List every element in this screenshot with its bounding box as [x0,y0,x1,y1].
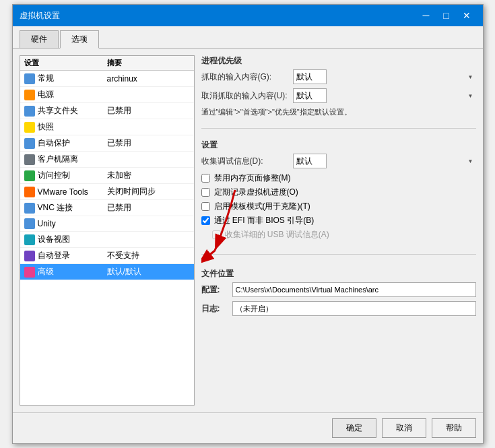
header-setting: 设置 [24,58,107,68]
item-label: VMware Tools [38,187,88,197]
collect-label: 收集调试信息(D): [201,156,289,167]
item-label: Unity [38,219,56,228]
checkbox-1[interactable] [201,188,210,197]
minimize-button[interactable]: ─ [417,9,436,22]
list-item[interactable]: 常规 archinux [20,71,194,87]
log-input[interactable] [232,301,476,316]
checkbox-label-4: 收集详细的 USB 调试信息(A) [225,229,329,241]
list-item[interactable]: Unity [20,216,194,232]
list-item[interactable]: 客户机隔离 [20,152,194,168]
item-label: 快照 [38,121,54,133]
item-label: 自动登录 [38,250,70,261]
general-icon [24,73,35,84]
advanced-icon [24,267,35,278]
checkbox-label-1: 定期记录虚拟机进度(O) [214,187,298,198]
item-label: 访问控制 [38,170,70,181]
right-panel: 进程优先级 抓取的输入内容(G): 默认 取消抓取的输入内容(U): 默认 [201,55,476,406]
collect-row: 收集调试信息(D): 默认 [201,154,476,168]
item-summary: archinux [107,74,190,84]
settings-title: 设置 [201,139,476,151]
checkbox-row-3: 通过 EFI 而非 BIOS 引导(B) [201,215,476,226]
item-summary: 已禁用 [107,202,190,214]
settings-section: 设置 收集调试信息(D): 默认 禁用内存页面修整(M) 定期记录虚拟机进度(O… [201,139,476,243]
item-label: 常规 [38,73,54,84]
config-label: 配置: [201,284,228,296]
item-summary: 已禁用 [107,137,190,149]
list-item-advanced[interactable]: 高级 默认/默认 [20,264,194,280]
vmtools-icon [24,187,35,197]
log-label: 日志: [201,303,228,315]
checkbox-row-4: 收集详细的 USB 调试信息(A) [212,229,476,241]
help-button[interactable]: 帮助 [432,418,476,438]
ungrab-select-wrapper: 默认 [293,88,476,103]
list-item[interactable]: VMware Tools 关闭时间同步 [20,184,194,200]
bottom-bar: 确定 取消 帮助 [13,412,483,443]
list-item[interactable]: 电源 [20,87,194,103]
grab-select-wrapper: 默认 [293,69,476,84]
vnc-icon [24,203,35,214]
item-label: 高级 [38,266,54,278]
item-label: VNC 连接 [38,202,73,214]
access-icon [24,170,35,181]
share-icon [24,106,35,117]
file-location-title: 文件位置 [201,268,476,280]
unity-icon [24,218,35,229]
config-row: 配置: [201,282,476,297]
dialog-title: 虚拟机设置 [20,10,60,22]
autologin-icon [24,251,35,261]
isolation-icon [24,154,35,165]
checkbox-usb[interactable] [212,230,221,239]
grab-label: 抓取的输入内容(G): [201,71,289,83]
file-location-section: 文件位置 配置: 日志: [201,268,476,320]
checkbox-row-2: 启用模板模式(用于克隆)(T) [201,201,476,212]
power-icon [24,90,35,100]
checkbox-row-1: 定期记录虚拟机进度(O) [201,187,476,198]
grab-select[interactable]: 默认 [293,69,327,84]
list-item[interactable]: 自动保护 已禁用 [20,135,194,152]
list-item[interactable]: 自动登录 不受支持 [20,248,194,264]
header-summary: 摘要 [107,58,190,68]
checkbox-row-0: 禁用内存页面修整(M) [201,172,476,184]
item-summary: 默认/默认 [107,266,190,278]
item-label: 共享文件夹 [38,105,78,117]
item-summary: 未加密 [107,170,190,181]
checkbox-label-2: 启用模板模式(用于克隆)(T) [214,201,310,212]
config-input[interactable] [232,282,476,297]
list-item[interactable]: 访问控制 未加密 [20,168,194,184]
item-label: 电源 [38,89,54,100]
collect-select[interactable]: 默认 [293,154,327,168]
tab-options[interactable]: 选项 [60,30,99,49]
list-item[interactable]: VNC 连接 已禁用 [20,200,194,216]
collect-select-wrapper: 默认 [293,154,476,168]
item-label: 自动保护 [38,137,70,149]
item-label: 设备视图 [38,234,70,245]
autop-icon [24,138,35,149]
cancel-button[interactable]: 取消 [382,418,426,438]
main-content: 设置 摘要 常规 archinux 电源 [13,49,483,412]
ungrab-row: 取消抓取的输入内容(U): 默认 [201,88,476,103]
priority-hint: 通过"编辑">"首选项">"优先级"指定默认设置。 [201,107,476,117]
tabs-bar: 硬件 选项 [13,26,483,49]
checkbox-2[interactable] [201,202,210,211]
process-priority-title: 进程优先级 [201,55,476,67]
item-summary: 关闭时间同步 [107,186,190,197]
checkbox-efi[interactable] [201,216,210,225]
item-summary: 已禁用 [107,105,190,117]
ok-button[interactable]: 确定 [332,418,376,438]
title-bar-buttons: ─ □ ✕ [417,9,476,22]
svg-line-1 [201,251,215,264]
list-item[interactable]: 设备视图 [20,232,194,248]
list-header: 设置 摘要 [20,56,194,71]
list-item[interactable]: 共享文件夹 已禁用 [20,103,194,119]
list-item[interactable]: 快照 [20,119,194,135]
checkbox-0[interactable] [201,174,210,183]
item-summary: 不受支持 [107,250,190,261]
tab-hardware[interactable]: 硬件 [20,30,59,48]
title-bar: 虚拟机设置 ─ □ ✕ [13,5,483,26]
maximize-button[interactable]: □ [437,9,456,22]
ungrab-select[interactable]: 默认 [293,88,327,103]
grab-row: 抓取的输入内容(G): 默认 [201,69,476,84]
close-button[interactable]: ✕ [457,9,476,22]
checkbox-label-3: 通过 EFI 而非 BIOS 引导(B) [214,215,315,226]
process-priority-section: 进程优先级 抓取的输入内容(G): 默认 取消抓取的输入内容(U): 默认 [201,55,476,117]
